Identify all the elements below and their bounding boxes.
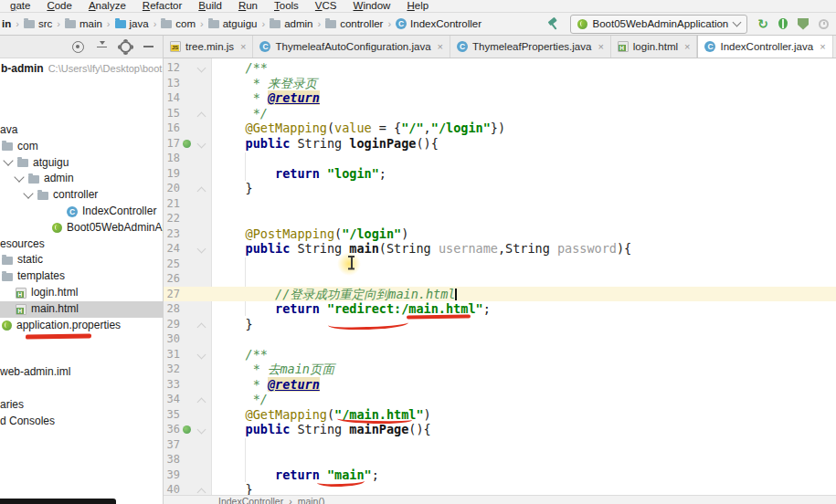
code-line-36[interactable]: 36 public String mainPage(){: [164, 422, 836, 437]
chevron-expanded-icon[interactable]: [14, 173, 24, 183]
code-line-14[interactable]: 14 * @return: [164, 90, 836, 106]
code-line-31[interactable]: 31 /**: [164, 347, 836, 362]
menu-item-build[interactable]: Build: [190, 0, 230, 12]
tree-item-boot05webadminappli[interactable]: Boot05WebAdminAppli: [0, 220, 163, 236]
code-line-13[interactable]: 13 * 来登录页: [164, 76, 836, 91]
fold-marker-icon[interactable]: [197, 398, 206, 407]
code-line-16[interactable]: 16 @GetMapping(value = {"/","/login"}): [164, 121, 836, 136]
chevron-expanded-icon[interactable]: [23, 188, 33, 198]
fold-marker-icon[interactable]: [197, 488, 206, 495]
code-line-26[interactable]: 26: [164, 271, 836, 287]
menu-item-code[interactable]: Code: [38, 0, 80, 12]
code-line-38[interactable]: 38: [164, 452, 836, 467]
code-line-25[interactable]: 25: [164, 257, 836, 272]
menu-item-vcs[interactable]: VCS: [307, 0, 345, 12]
tree-item-ava[interactable]: ava: [0, 122, 163, 139]
fold-marker-icon[interactable]: [197, 350, 206, 359]
menu-item-gate[interactable]: gate: [2, 0, 38, 12]
code-line-27[interactable]: 27 //登录成功重定向到main.html: [164, 287, 836, 302]
project-root-row[interactable]: b-admin C:\Users\lfy\Desktop\boot-0: [0, 58, 163, 76]
tree-item-admin[interactable]: admin: [0, 171, 163, 187]
code-line-18[interactable]: 18: [164, 151, 836, 166]
code-line-20[interactable]: 20 }: [164, 181, 836, 196]
coverage-icon[interactable]: [798, 18, 809, 30]
code-line-28[interactable]: 28 return "redirect:/main.html";: [164, 301, 836, 317]
tab-thymeleafautoconfiguration.java[interactable]: CThymeleafAutoConfiguration.java×: [253, 36, 450, 58]
tree-item-aries[interactable]: aries: [0, 397, 163, 414]
code-line-12[interactable]: 12 /**: [164, 60, 836, 76]
tree-item-web-admin.iml[interactable]: web-admin.iml: [0, 364, 163, 381]
close-tab-icon[interactable]: ×: [684, 41, 690, 52]
tree-item-templates[interactable]: templates: [0, 268, 163, 285]
close-tab-icon[interactable]: ×: [820, 41, 825, 52]
code-editor[interactable]: 12 /**13 * 来登录页14 * @return15 */16 @GetM…: [164, 58, 836, 495]
tree-item-application.properties[interactable]: application.properties: [0, 318, 163, 334]
fold-marker-icon[interactable]: [197, 322, 206, 331]
code-line-24[interactable]: 24 public String main(String username,St…: [164, 241, 836, 257]
hide-panel-icon[interactable]: [143, 46, 153, 47]
fold-marker-icon[interactable]: [197, 187, 206, 196]
tab-login.html[interactable]: Hlogin.html×: [611, 36, 698, 58]
run-configuration-select[interactable]: Boot05WebAdminApplication: [570, 15, 748, 34]
breadcrumb-item-atguigu[interactable]: atguigu: [206, 18, 259, 29]
tree-item-esources[interactable]: esources: [0, 236, 163, 253]
menu-item-window[interactable]: Window: [345, 0, 399, 12]
tab-thymeleafproperties.java[interactable]: CThymeleafProperties.java×: [450, 36, 611, 58]
close-tab-icon[interactable]: ×: [438, 41, 443, 52]
chevron-expanded-icon[interactable]: [3, 156, 13, 166]
code-line-21[interactable]: 21: [164, 196, 836, 212]
menu-item-tools[interactable]: Tools: [266, 0, 307, 12]
code-line-37[interactable]: 37: [164, 437, 836, 453]
code-line-32[interactable]: 32 * 去main页面: [164, 362, 836, 377]
build-hammer-icon[interactable]: [546, 17, 560, 30]
collapse-all-icon[interactable]: [96, 41, 108, 53]
menu-item-help[interactable]: Help: [398, 0, 437, 12]
tree-item-atguigu[interactable]: atguigu: [0, 155, 163, 172]
code-line-22[interactable]: 22: [164, 211, 836, 226]
code-line-39[interactable]: 39 return "main";: [164, 467, 836, 483]
code-line-33[interactable]: 33 * @return: [164, 377, 836, 393]
breadcrumb-item-indexcontroller[interactable]: CIndexController: [394, 18, 483, 29]
code-line-30[interactable]: 30: [164, 331, 836, 347]
breadcrumb-item-in[interactable]: in: [0, 18, 13, 29]
tree-item-main.html[interactable]: Hmain.html: [0, 301, 163, 318]
code-line-40[interactable]: 40 }: [164, 482, 836, 495]
tree-item-indexcontroller[interactable]: CIndexController: [0, 204, 163, 220]
breadcrumb-item-admin[interactable]: admin: [268, 18, 314, 29]
fold-marker-icon[interactable]: [197, 139, 206, 148]
code-line-19[interactable]: 19 return "login";: [164, 166, 836, 182]
code-line-17[interactable]: 17 public String loginPage(){: [164, 136, 836, 152]
breadcrumb-class[interactable]: IndexController: [218, 496, 283, 504]
close-tab-icon[interactable]: ×: [240, 41, 246, 52]
breadcrumb-item-main[interactable]: main: [63, 18, 104, 29]
breadcrumb-item-com[interactable]: com: [159, 18, 197, 29]
code-line-15[interactable]: 15 */: [164, 106, 836, 121]
locate-icon[interactable]: [72, 41, 84, 53]
tree-item-static[interactable]: static: [0, 252, 163, 268]
breadcrumb-item-src[interactable]: src: [22, 18, 54, 29]
tree-item-com[interactable]: com: [0, 139, 163, 155]
fold-marker-icon[interactable]: [197, 111, 206, 121]
tab-main.h[interactable]: Hmain.h×: [833, 36, 836, 58]
code-line-34[interactable]: 34 */: [164, 392, 836, 407]
tab-tree.min.js[interactable]: JStree.min.js×: [164, 36, 253, 58]
breadcrumb-method[interactable]: main(): [298, 496, 325, 504]
tab-indexcontroller.java[interactable]: CIndexController.java×: [697, 36, 832, 58]
profiler-icon[interactable]: [819, 19, 829, 29]
code-line-29[interactable]: 29 }: [164, 317, 836, 332]
debug-icon[interactable]: [778, 18, 788, 29]
settings-gear-icon[interactable]: [120, 41, 132, 53]
rerun-icon[interactable]: ↻: [757, 17, 768, 30]
code-line-35[interactable]: 35 @GetMapping("/main.html"): [164, 407, 836, 423]
tree-item-login.html[interactable]: Hlogin.html: [0, 285, 163, 301]
fold-marker-icon[interactable]: [197, 64, 206, 73]
menu-item-refactor[interactable]: Refactor: [134, 0, 190, 12]
tree-item-d-consoles[interactable]: d Consoles: [0, 414, 163, 430]
breadcrumb-item-java[interactable]: java: [113, 18, 151, 29]
spring-bean-gutter-icon[interactable]: [183, 140, 191, 148]
spring-bean-gutter-icon[interactable]: [183, 425, 191, 434]
code-line-23[interactable]: 23 @PostMapping("/login"): [164, 226, 836, 242]
fold-marker-icon[interactable]: [197, 245, 206, 254]
breadcrumb-item-controller[interactable]: controller: [323, 18, 385, 29]
menu-item-analyze[interactable]: Analyze: [80, 0, 134, 12]
